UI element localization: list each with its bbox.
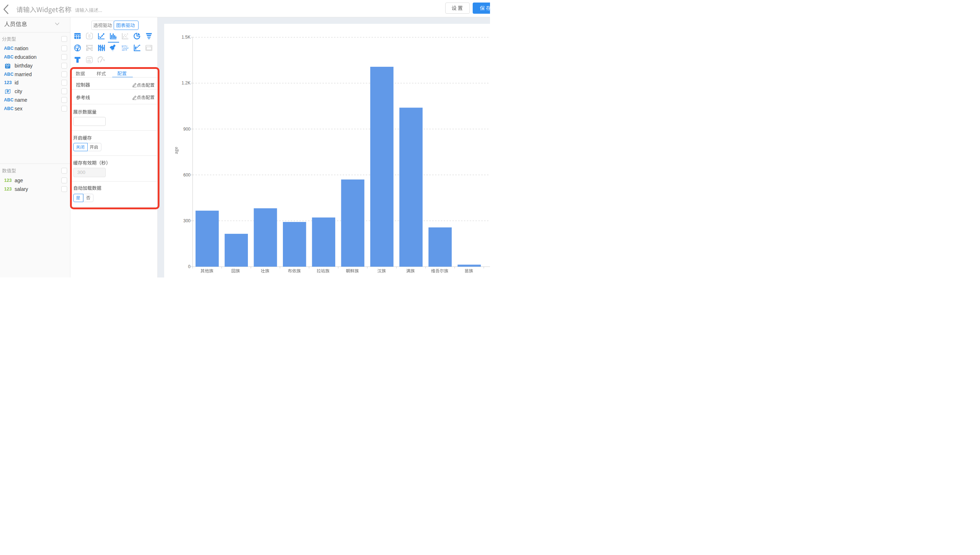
svg-text:data: data	[122, 46, 123, 48]
svg-text:cloud: cloud	[123, 47, 128, 49]
svg-text:agile Bi: agile Bi	[122, 50, 127, 51]
svg-text:8: 8	[88, 34, 91, 38]
